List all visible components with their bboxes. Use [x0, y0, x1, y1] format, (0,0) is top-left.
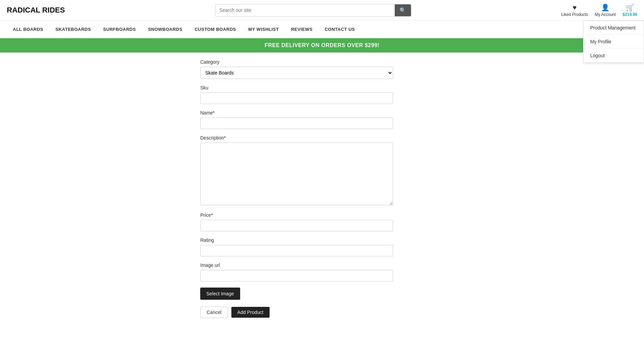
description-textarea[interactable] — [200, 143, 393, 205]
sku-label: Sku — [200, 85, 444, 90]
nav-item-contact-us[interactable]: CONTACT US — [319, 21, 361, 38]
image-url-group: Image url — [200, 262, 444, 281]
form-actions: Cancel Add Product — [200, 307, 444, 318]
sku-group: Sku — [200, 85, 444, 104]
dropdown-my-profile[interactable]: My Profile — [583, 35, 644, 49]
user-icon: 👤 — [601, 3, 610, 12]
my-account-label: My Account — [595, 12, 616, 17]
price-group: Price* — [200, 212, 444, 231]
select-image-button[interactable]: Select Image — [200, 288, 240, 300]
category-group: Category Skate Boards Surfboards Snowboa… — [200, 59, 444, 79]
dropdown-product-management[interactable]: Product Management — [583, 21, 644, 35]
account-dropdown-menu: Product Management My Profile Logout — [583, 21, 644, 63]
rating-input[interactable] — [200, 245, 393, 256]
nav-item-skateboards[interactable]: SKATEBOARDS — [49, 21, 97, 38]
header-actions: ♥ Liked Products 👤 My Account 🛒 $219.99 — [561, 3, 637, 17]
promo-banner: FREE DELIVERY ON ORDERS OVER $299! — [0, 38, 644, 52]
rating-group: Rating — [200, 237, 444, 256]
nav-item-all-boards[interactable]: ALL BOARDS — [7, 21, 49, 38]
cancel-button[interactable]: Cancel — [200, 307, 228, 318]
category-label: Category — [200, 59, 444, 65]
image-url-label: Image url — [200, 262, 444, 268]
site-logo[interactable]: RADICAL RIDES — [7, 6, 65, 15]
nav-item-my-wishlist[interactable]: MY WISHLIST — [242, 21, 285, 38]
name-input[interactable] — [200, 118, 393, 129]
liked-products-label: Liked Products — [561, 12, 588, 17]
my-account-link[interactable]: 👤 My Account — [595, 3, 616, 17]
cart-link[interactable]: 🛒 $219.99 — [623, 3, 637, 17]
cart-price: $219.99 — [623, 12, 637, 17]
description-label: Description* — [200, 135, 444, 141]
add-product-button[interactable]: Add Product — [231, 307, 270, 318]
nav-item-snowboards[interactable]: SNOWBOARDS — [142, 21, 189, 38]
image-url-input[interactable] — [200, 270, 393, 281]
heart-icon: ♥ — [573, 4, 577, 12]
nav-item-surfboards[interactable]: SURFBOARDS — [97, 21, 142, 38]
category-select[interactable]: Skate Boards Surfboards Snowboards — [200, 67, 393, 79]
select-image-group: Select Image — [200, 288, 444, 300]
add-product-form: Category Skate Boards Surfboards Snowboa… — [193, 59, 451, 318]
cart-icon: 🛒 — [626, 3, 634, 12]
name-group: Name* — [200, 110, 444, 129]
main-nav: ALL BOARDS SKATEBOARDS SURFBOARDS SNOWBO… — [0, 21, 644, 38]
description-group: Description* — [200, 135, 444, 206]
nav-item-reviews[interactable]: REVIEWS — [285, 21, 318, 38]
name-label: Name* — [200, 110, 444, 115]
search-input[interactable] — [215, 4, 395, 16]
header: RADICAL RIDES 🔍 ♥ Liked Products 👤 My Ac… — [0, 0, 644, 21]
search-wrapper: 🔍 — [215, 4, 411, 17]
dropdown-logout[interactable]: Logout — [583, 49, 644, 62]
liked-products-link[interactable]: ♥ Liked Products — [561, 4, 588, 17]
search-button[interactable]: 🔍 — [395, 4, 411, 16]
search-container: 🔍 — [72, 4, 554, 17]
price-label: Price* — [200, 212, 444, 218]
rating-label: Rating — [200, 237, 444, 243]
price-input[interactable] — [200, 220, 393, 231]
nav-item-custom-boards[interactable]: CUSTOM BOARDS — [188, 21, 242, 38]
sku-input[interactable] — [200, 92, 393, 104]
